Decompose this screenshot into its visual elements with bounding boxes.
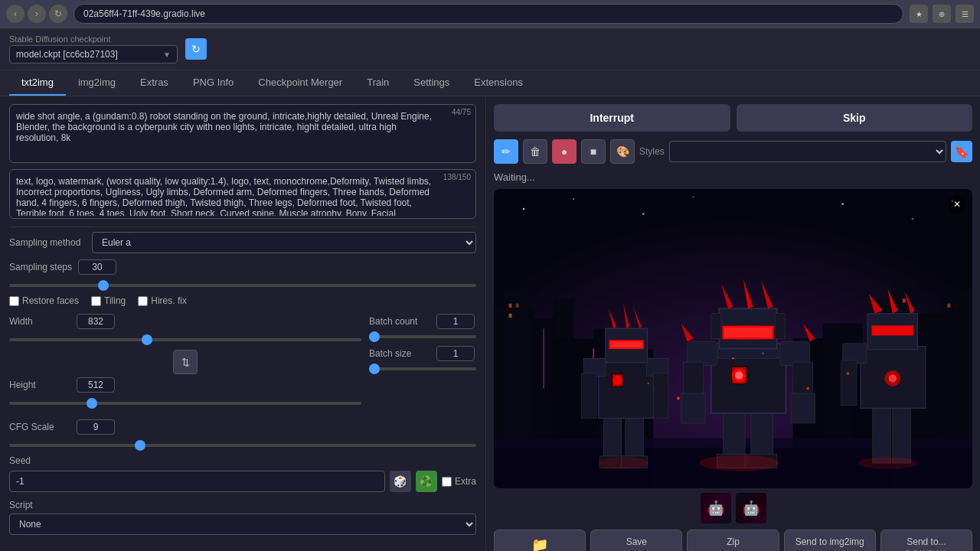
width-value[interactable]: 832 [77,314,115,329]
tab-checkpoint-merger[interactable]: Checkpoint Merger [246,70,354,96]
svg-rect-82 [893,403,910,463]
svg-point-100 [648,383,650,385]
browser-toolbar: ‹ › ↻ 02a56ff4-71ff-439e.gradio.live ★ ⊕… [0,0,980,28]
seed-dice-button[interactable]: 🎲 [390,471,411,492]
batch-size-row: Batch size 1 [369,346,476,361]
app-container: Stable Diffusion checkpoint model.ckpt [… [0,28,980,551]
send-to-button[interactable]: Send to... 飞天资讯论坛 [880,530,972,551]
width-row: Width 832 [9,314,361,329]
interrupt-button[interactable]: Interrupt [494,104,730,132]
height-value[interactable]: 512 [77,377,115,393]
batch-size-slider[interactable] [369,367,476,370]
browser-icon-2[interactable]: ⊕ [933,5,951,23]
tiling-checkbox[interactable]: Tiling [91,295,126,306]
height-slider[interactable] [9,402,361,405]
browser-icon-3[interactable]: ☰ [956,5,974,23]
batch-count-value[interactable]: 1 [436,314,475,329]
sampling-method-select[interactable]: Euler a [92,232,476,253]
skip-button[interactable]: Skip [737,104,973,132]
save-button[interactable]: Save [590,530,682,551]
tool-black-button[interactable]: ■ [581,139,606,164]
seed-section: Seed 🎲 ♻️ Extra [9,455,476,492]
positive-prompt-input[interactable]: wide shot angle, a (gundam:0.8) robot st… [10,105,475,160]
open-folder-button[interactable]: 📁 [494,530,586,551]
tab-extensions[interactable]: Extensions [462,70,535,96]
svg-rect-81 [873,403,890,463]
left-panel: 44/75 wide shot angle, a (gundam:0.8) ro… [0,96,486,551]
svg-rect-35 [626,413,643,463]
bottom-actions: 📁 Save Zip Send to img2img Send to... 飞天… [494,530,972,551]
positive-prompt-box: 44/75 wide shot angle, a (gundam:0.8) ro… [9,104,476,163]
seed-extra-input[interactable] [442,477,452,487]
seed-extra-checkbox[interactable]: Extra [442,476,476,487]
seed-recycle-button[interactable]: ♻️ [416,471,437,492]
svg-rect-70 [791,393,815,423]
right-area: Interrupt Skip ✏ 🗑 ● ■ 🎨 Styles 🔖 [486,96,980,551]
tab-txt2img[interactable]: txt2img [9,70,66,96]
model-select[interactable]: model.ckpt [cc6cb27103] ▼ [9,45,178,64]
sampling-steps-value[interactable]: 30 [78,259,116,275]
tool-red-button[interactable]: ● [552,139,577,164]
cfg-scale-section: CFG Scale 9 [9,419,476,449]
cfg-scale-slider[interactable] [9,444,476,447]
hires-fix-checkbox[interactable]: Hires. fix [138,295,187,306]
svg-point-1 [523,208,525,210]
styles-add-button[interactable]: 🔖 [951,141,972,162]
hires-fix-input[interactable] [138,296,148,306]
browser-chrome: ‹ › ↻ 02a56ff4-71ff-439e.gradio.live ★ ⊕… [0,0,980,28]
thumbnail-1[interactable]: 🤖 [701,493,731,523]
tool-palette-button[interactable]: 🎨 [610,139,635,164]
send-to-img2img-button[interactable]: Send to img2img [784,530,876,551]
image-area: Waiting... ✕ [494,171,972,523]
batch-count-label: Batch count [369,316,430,327]
svg-rect-69 [681,393,705,423]
tab-train[interactable]: Train [354,70,401,96]
image-status: Waiting... [494,171,972,183]
batch-count-row: Batch count 1 [369,314,476,329]
styles-section: Styles 🔖 [639,141,972,162]
tab-img2img[interactable]: img2img [66,70,128,96]
seed-extra-label: Extra [455,476,476,487]
restore-faces-checkbox[interactable]: Restore faces [9,295,79,306]
close-image-button[interactable]: ✕ [948,195,966,214]
script-section: Script None [9,500,476,535]
model-value: model.ckpt [cc6cb27103] [16,49,118,60]
nav-forward-button[interactable]: › [28,5,46,23]
watermark-text: 飞天资讯论坛 [906,549,947,551]
tab-settings[interactable]: Settings [401,70,462,96]
address-bar[interactable]: 02a56ff4-71ff-439e.gradio.live [74,4,903,24]
batch-col: Batch count 1 Batch size 1 [369,314,476,413]
folder-icon: 📁 [531,536,548,551]
width-slider[interactable] [9,338,361,341]
tool-trash-button[interactable]: 🗑 [523,139,547,164]
tab-png-info[interactable]: PNG Info [181,70,246,96]
svg-rect-13 [516,304,519,308]
batch-count-slider[interactable] [369,335,476,338]
cfg-scale-value[interactable]: 9 [77,419,115,435]
svg-rect-45 [653,373,668,419]
nav-back-button[interactable]: ‹ [6,5,24,23]
tool-pencil-button[interactable]: ✏ [494,139,518,164]
styles-label: Styles [639,146,665,157]
restore-faces-input[interactable] [9,296,19,306]
styles-select[interactable] [669,141,946,162]
tiling-input[interactable] [91,296,101,306]
negative-prompt-box: 138/150 text, logo, watermark, (worst qu… [9,169,476,219]
thumbnail-2[interactable]: 🤖 [736,493,766,523]
top-bar: Stable Diffusion checkpoint model.ckpt [… [0,28,980,70]
seed-label: Seed [9,455,476,466]
svg-rect-38 [599,358,654,418]
refresh-model-button[interactable]: ↻ [185,38,207,60]
swap-dimensions-button[interactable]: ⇅ [173,350,198,374]
browser-icon-1[interactable]: ★ [910,5,928,23]
batch-size-value[interactable]: 1 [436,346,475,361]
negative-prompt-input[interactable]: text, logo, watermark, (worst quality, l… [10,170,475,216]
nav-reload-button[interactable]: ↻ [49,5,67,23]
tab-extras[interactable]: Extras [128,70,181,96]
tiling-label: Tiling [104,295,126,306]
zip-button[interactable]: Zip [687,530,779,551]
seed-input[interactable] [9,471,385,492]
script-select[interactable]: None [9,514,476,535]
model-dropdown-arrow: ▼ [163,51,171,59]
sampling-steps-slider[interactable] [9,284,476,287]
